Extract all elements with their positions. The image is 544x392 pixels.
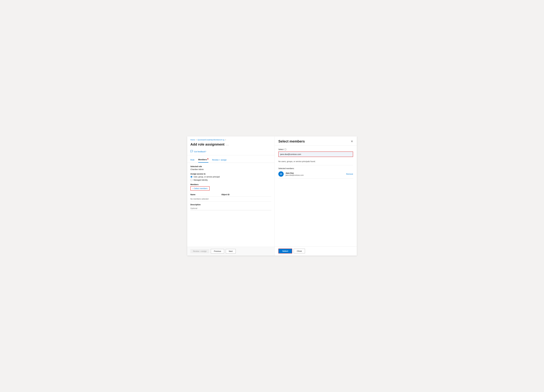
right-footer: Select Close bbox=[275, 246, 357, 256]
select-info-icon: i bbox=[284, 148, 286, 150]
search-input[interactable] bbox=[279, 152, 353, 157]
members-table: Name Object ID No members selected bbox=[190, 193, 271, 201]
col-object-id: Object ID bbox=[221, 193, 271, 197]
col-name: Name bbox=[190, 193, 221, 197]
remove-member-link[interactable]: Remove bbox=[346, 173, 353, 175]
right-header: Select members ✕ bbox=[275, 136, 357, 146]
next-button[interactable]: Next bbox=[226, 249, 236, 253]
member-email: jane.doe@contoso.com bbox=[285, 174, 344, 176]
select-members-button[interactable]: + Select members bbox=[190, 186, 210, 191]
feedback-row[interactable]: Got feedback? bbox=[187, 149, 274, 155]
breadcrumb-sep1: > bbox=[196, 139, 197, 141]
left-content: Selected role Chamber Admin Assign acces… bbox=[187, 163, 274, 247]
left-footer: Review + assign Previous Next bbox=[187, 247, 274, 256]
breadcrumb-rg[interactable]: QuickstartCreateHpcWorkbench-rg bbox=[198, 139, 224, 141]
tab-review-assign[interactable]: Review + assign bbox=[212, 157, 227, 163]
breadcrumb: Home > QuickstartCreateHpcWorkbench-rg > bbox=[187, 136, 274, 142]
table-row: No members selected bbox=[190, 197, 271, 201]
member-info: Jane Doe jane.doe@contoso.com bbox=[285, 172, 344, 176]
select-label: Select bbox=[278, 148, 284, 150]
previous-button[interactable]: Previous bbox=[211, 249, 224, 253]
right-content: Select i No users, groups, or service pr… bbox=[275, 146, 357, 246]
description-label: Description bbox=[190, 204, 271, 206]
close-icon: ✕ bbox=[351, 140, 353, 143]
right-panel: Select members ✕ Select i No users, grou… bbox=[275, 136, 357, 256]
review-assign-button: Review + assign bbox=[190, 249, 209, 253]
select-button[interactable]: Select bbox=[278, 249, 292, 253]
members-dot bbox=[207, 158, 208, 159]
member-name: Jane Doe bbox=[285, 172, 344, 174]
radio-managed-identity-input[interactable] bbox=[190, 179, 193, 181]
close-panel-button[interactable]: ✕ bbox=[351, 140, 353, 143]
page-title: Add role assignment bbox=[190, 142, 225, 146]
members-section: Members + Select members Name Object ID … bbox=[190, 183, 271, 201]
members-label: Members bbox=[190, 183, 271, 186]
assign-access-label: Assign access to bbox=[190, 173, 271, 175]
tabs-row: Role Members Review + assign bbox=[187, 157, 274, 163]
radio-user-group[interactable]: User, group, or service principal bbox=[190, 176, 271, 178]
radio-user-group-input[interactable] bbox=[190, 176, 193, 178]
select-label-row: Select i bbox=[278, 148, 353, 150]
more-options-icon[interactable]: ... bbox=[226, 143, 229, 146]
no-results-text: No users, groups, or service principals … bbox=[278, 159, 353, 165]
search-input-wrap bbox=[278, 152, 353, 157]
radio-managed-identity-label: Managed identity bbox=[194, 179, 208, 181]
no-members-text: No members selected bbox=[190, 197, 271, 201]
selected-role-label: Selected role bbox=[190, 165, 271, 168]
description-input[interactable] bbox=[190, 206, 271, 210]
feedback-icon bbox=[190, 150, 193, 153]
selected-members-label: Selected members: bbox=[278, 167, 353, 170]
member-row: JD Jane Doe jane.doe@contoso.com Remove bbox=[278, 171, 353, 179]
tab-members[interactable]: Members bbox=[198, 157, 208, 163]
radio-user-group-label: User, group, or service principal bbox=[194, 176, 220, 178]
assign-access-radio-group: User, group, or service principal Manage… bbox=[190, 176, 271, 181]
tab-role[interactable]: Role bbox=[190, 157, 195, 163]
page-title-row: Add role assignment ... bbox=[187, 142, 274, 149]
right-panel-title: Select members bbox=[278, 139, 305, 143]
breadcrumb-sep2: > bbox=[225, 139, 226, 141]
selected-members-section: Selected members: JD Jane Doe jane.doe@c… bbox=[278, 167, 353, 179]
avatar: JD bbox=[278, 171, 284, 177]
breadcrumb-home[interactable]: Home bbox=[190, 139, 195, 141]
radio-managed-identity[interactable]: Managed identity bbox=[190, 179, 271, 181]
description-section: Description bbox=[190, 204, 271, 210]
feedback-text: Got feedback? bbox=[194, 151, 206, 153]
close-button[interactable]: Close bbox=[294, 249, 305, 253]
left-panel: Home > QuickstartCreateHpcWorkbench-rg >… bbox=[187, 136, 275, 256]
selected-role-value: Chamber Admin bbox=[190, 168, 271, 170]
